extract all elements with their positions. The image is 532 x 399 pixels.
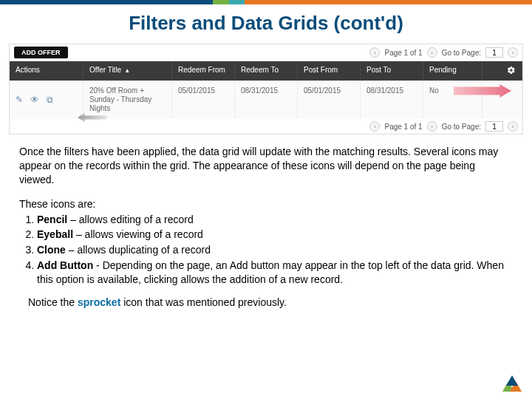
row-post-from: 05/01/2015 — [298, 81, 361, 119]
li-rest: – allows editing of a record — [67, 214, 193, 225]
goto-page-label-bottom: Go to Page: — [442, 123, 481, 131]
page-status: Page 1 of 1 — [384, 49, 422, 57]
table-row: ✎ 👁 ⧉ 20% Off Room + Sunday - Thursday N… — [10, 81, 522, 119]
list-item: Add Button - Depending on the page, an A… — [37, 259, 513, 287]
add-offer-button[interactable]: ADD OFFER — [14, 47, 68, 58]
goto-page-go-bottom[interactable]: › — [508, 121, 518, 132]
page-prev-button-bottom[interactable]: ‹ — [369, 121, 380, 132]
col-post-to: Post To — [361, 61, 423, 81]
notice-a: Notice the — [28, 296, 78, 308]
brand-logo-icon — [502, 375, 522, 393]
li-rest: - Depending on the page, an Add button m… — [37, 259, 504, 285]
notice-b: icon that was mentioned previously. — [120, 296, 287, 308]
goto-page-label: Go to Page: — [442, 49, 481, 57]
col-offer-title-label: Offer Title — [89, 66, 121, 74]
eyeball-icon[interactable]: 👁 — [30, 95, 39, 105]
page-next-button-bottom[interactable]: › — [427, 121, 437, 132]
page-status-bottom: Page 1 of 1 — [384, 123, 422, 131]
list-item: Pencil – allows editing of a record — [37, 213, 513, 227]
li-bold: Clone — [37, 244, 66, 256]
li-bold: Add Button — [37, 259, 93, 271]
icon-list: Pencil – allows editing of a record Eyeb… — [37, 213, 513, 287]
gear-icon — [507, 68, 516, 76]
list-item: Clone – allows duplicating of a record — [37, 243, 513, 257]
li-bold: Eyeball — [37, 228, 73, 240]
row-redeem-to: 08/31/2015 — [235, 81, 298, 119]
li-rest: – allows duplicating of a record — [66, 244, 211, 256]
grid-header-row: Actions Offer Title▲ Redeem From Redeem … — [10, 61, 522, 81]
row-redeem-from: 05/01/2015 — [172, 81, 235, 119]
notice-sprocket: Notice the sprocket icon that was mentio… — [28, 296, 513, 310]
page-prev-button[interactable]: ‹ — [369, 47, 380, 58]
paragraph-intro: Once the filters have been applied, the … — [19, 145, 513, 187]
col-redeem-from: Redeem From — [172, 61, 235, 81]
li-rest: – allows viewing of a record — [73, 228, 203, 240]
explanatory-text: Once the filters have been applied, the … — [0, 137, 532, 310]
row-offer-title: 20% Off Room + Sunday - Thursday Nights — [83, 81, 172, 119]
sort-caret-icon: ▲ — [124, 67, 130, 74]
col-post-from: Post From — [298, 61, 361, 81]
row-post-to: 08/31/2015 — [361, 81, 423, 119]
col-actions: Actions — [10, 61, 83, 81]
notice-word: sprocket — [78, 296, 120, 308]
data-grid: ADD OFFER ‹ Page 1 of 1 › Go to Page: › … — [9, 44, 523, 134]
col-pending: Pending — [423, 61, 482, 81]
col-sprocket[interactable] — [482, 61, 522, 81]
goto-page-input[interactable] — [485, 47, 503, 58]
grid-topbar: ADD OFFER ‹ Page 1 of 1 › Go to Page: › — [10, 44, 522, 61]
pencil-icon[interactable]: ✎ — [16, 95, 23, 105]
row-pending: No — [423, 81, 482, 119]
goto-page-input-bottom[interactable] — [485, 121, 503, 132]
row-actions: ✎ 👁 ⧉ — [10, 81, 83, 119]
col-offer-title[interactable]: Offer Title▲ — [83, 61, 172, 81]
decorative-top-stripe — [0, 0, 532, 4]
pager-bottom: ‹ Page 1 of 1 › Go to Page: › — [10, 119, 522, 134]
page-title: Filters and Data Grids (cont'd) — [0, 12, 532, 35]
goto-page-go[interactable]: › — [508, 47, 518, 58]
clone-icon[interactable]: ⧉ — [47, 95, 53, 105]
page-next-button[interactable]: › — [427, 47, 437, 58]
col-redeem-to: Redeem To — [235, 61, 298, 81]
list-item: Eyeball – allows viewing of a record — [37, 228, 513, 242]
icons-intro: These icons are: — [19, 197, 513, 211]
pager-top: ‹ Page 1 of 1 › Go to Page: › — [369, 47, 518, 58]
li-bold: Pencil — [37, 214, 67, 225]
